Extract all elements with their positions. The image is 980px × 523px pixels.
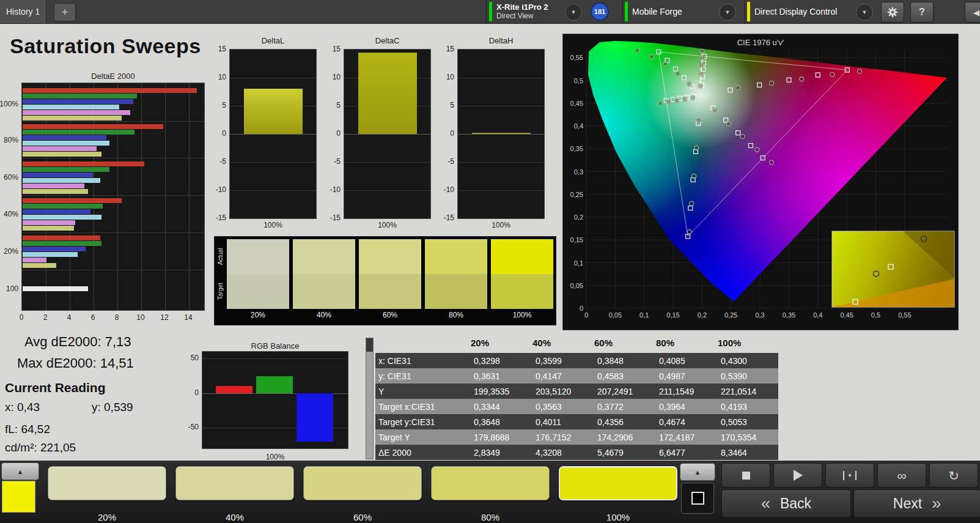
row-label: ΔE 2000 <box>375 445 470 460</box>
marker-button[interactable] <box>825 463 874 488</box>
measured-point-yellow <box>699 72 703 76</box>
rgb-balance-title: RGB Balance <box>202 341 348 351</box>
measured-point-cyan <box>666 100 671 104</box>
de-bar <box>23 167 109 172</box>
patch-label: 100% <box>559 512 677 522</box>
svg-text:0,15: 0,15 <box>666 311 679 319</box>
svg-text:0,55: 0,55 <box>898 311 911 319</box>
deltac-y-axis: 151050-5-10-15 <box>326 49 342 219</box>
history-tab[interactable]: History 1 <box>0 0 46 23</box>
x-axis-tick: 8 <box>109 313 124 322</box>
deltal-chart: DeltaL 151050-5-10-15 100% <box>212 34 334 231</box>
table-column-header: 80% <box>656 338 718 352</box>
meter-selector[interactable]: X-Rite i1Pro 2 Direct View <box>489 0 548 23</box>
source-selector[interactable]: Mobile Forge <box>625 0 682 23</box>
refresh-button[interactable]: ↻ <box>929 463 978 488</box>
table-row: Target x:CIE310,33440,35630,37720,39640,… <box>375 399 778 414</box>
grid-line <box>202 358 348 359</box>
collapse-panel-button[interactable]: ◀ <box>965 2 980 23</box>
swatch-label: 40% <box>293 311 355 319</box>
y-axis-label: 100% <box>0 100 18 108</box>
row-label: Target Y <box>375 429 470 445</box>
patch-button-20%[interactable] <box>48 466 166 500</box>
table-cell: 0,3964 <box>656 399 718 414</box>
deltac-x-label: 100% <box>344 221 431 229</box>
measured-point-yellow <box>700 50 704 54</box>
deltah-plot-area <box>457 49 545 219</box>
de-bar <box>23 263 56 268</box>
actual-swatch <box>491 239 553 274</box>
table-row: x: CIE310,32980,35990,38480,40850,4300 <box>375 353 778 368</box>
y-axis-tick: 0 <box>450 129 454 138</box>
add-tab-button[interactable]: + <box>54 3 76 21</box>
de-bar <box>23 110 130 115</box>
cie-chart-title: CIE 1976 u'v' <box>563 38 958 47</box>
measured-point-blue <box>694 146 699 150</box>
x-axis-tick: 12 <box>157 313 172 322</box>
infinity-button[interactable]: ∞ <box>877 463 926 488</box>
grid-line <box>344 134 430 135</box>
divider <box>745 0 745 23</box>
measured-point-magenta <box>770 160 774 165</box>
row-label: Y <box>375 384 470 399</box>
question-icon: ? <box>919 7 925 18</box>
back-button[interactable]: « Back <box>721 489 851 517</box>
deltae2000-chart-title: DeltaE 2000 <box>21 72 205 81</box>
next-button[interactable]: Next » <box>853 489 980 517</box>
table-scrollbar[interactable] <box>366 338 374 459</box>
deltah-chart-title: DeltaH <box>457 36 545 45</box>
patch-button-60%[interactable] <box>303 466 422 500</box>
cie-1976-chart: 0,550,50,450,40,350,30,250,20,150,10,050… <box>562 34 959 330</box>
settings-button[interactable] <box>881 2 904 23</box>
patch-button-40%[interactable] <box>175 466 294 500</box>
table-row: ΔE 20002,83494,32085,46796,64778,3464 <box>375 445 778 460</box>
svg-text:0,25: 0,25 <box>724 311 737 319</box>
patch-button-100%[interactable] <box>559 466 677 500</box>
measured-point-red <box>857 69 861 73</box>
play-button[interactable] <box>773 463 822 488</box>
measurement-table: 20%40%60%80%100%x: CIE310,32980,35990,38… <box>366 335 783 462</box>
source-dropdown-button[interactable]: ▼ <box>719 4 736 21</box>
y-axis-tick: 10 <box>333 73 341 81</box>
table-cell: 172,4187 <box>656 429 718 445</box>
patch-list-up-button[interactable]: ▲ <box>1 462 39 480</box>
svg-text:0,5: 0,5 <box>871 311 880 319</box>
actual-row-label: Actual <box>216 239 224 274</box>
y-axis-tick: -10 <box>444 185 454 194</box>
meter-dropdown-button[interactable]: ▼ <box>565 4 582 21</box>
x-axis-tick: 6 <box>86 313 100 322</box>
up-arrow-icon: ▲ <box>694 469 701 476</box>
delta-bar <box>244 89 303 134</box>
rgb-balance-x-label: 100% <box>202 453 348 461</box>
patch-button-80%[interactable] <box>431 466 550 500</box>
source-status-bar <box>625 2 628 21</box>
x-axis-tick: 10 <box>133 313 148 322</box>
workflow-dropdown-button[interactable]: ▼ <box>856 4 873 21</box>
measured-point-cyan <box>674 98 679 103</box>
y-axis-tick: 5 <box>450 101 454 109</box>
help-button[interactable]: ? <box>910 2 934 23</box>
patch-scroll-up-button[interactable]: ▲ <box>680 463 715 481</box>
grid-line <box>344 190 430 191</box>
table-cell: 0,5053 <box>718 414 779 429</box>
table-row: Target Y179,8688176,7152174,2906172,4187… <box>375 429 778 445</box>
svg-text:0,35: 0,35 <box>783 311 795 319</box>
de-bar <box>23 226 74 231</box>
measured-point-red <box>830 72 834 76</box>
y-axis-tick: -5 <box>448 157 454 166</box>
svg-text:0,05: 0,05 <box>609 311 622 319</box>
divider <box>622 0 623 23</box>
table-cell: 211,1549 <box>656 384 718 399</box>
y-axis-tick: -5 <box>219 157 226 166</box>
patch-window-button[interactable] <box>681 483 714 514</box>
rgb-bar-blue <box>297 393 333 442</box>
stop-button[interactable] <box>721 463 770 488</box>
workflow-selector[interactable]: Direct Display Control <box>747 0 837 23</box>
swatch-label: 60% <box>359 311 421 319</box>
svg-text:0,2: 0,2 <box>574 213 583 221</box>
y-axis-label: 40% <box>4 210 18 218</box>
table-cell: 0,3563 <box>532 399 594 414</box>
y-axis-tick: 0 <box>222 129 226 138</box>
svg-text:0,15: 0,15 <box>570 236 583 243</box>
table-scrollbar-thumb[interactable] <box>366 338 373 352</box>
